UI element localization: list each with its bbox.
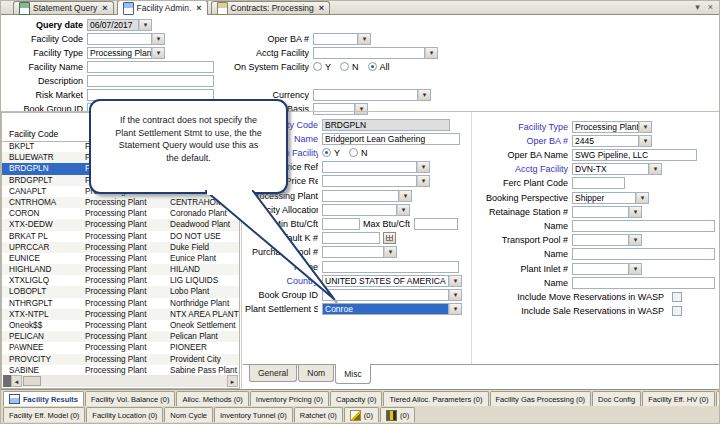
facility-type-filter-combo[interactable]: Processing Plant xyxy=(87,47,152,59)
tab-facility-admin[interactable]: Facility Admin.× xyxy=(117,0,208,15)
chevron-down-icon[interactable]: ▾ xyxy=(397,204,410,216)
purchase-price-ref-combo[interactable] xyxy=(322,175,417,187)
chevron-down-icon[interactable]: ▾ xyxy=(629,263,642,275)
bottom-tab-facility-gas-processing-0[interactable]: Facility Gas Processing (0) xyxy=(490,391,592,406)
bottom-tab-inventory-pricing-0[interactable]: Inventory Pricing (0) xyxy=(250,391,329,406)
table-row[interactable]: CNTRHOMAProcessing PlantCENTRAHOMA GATHE… xyxy=(2,197,239,208)
table-row[interactable]: UPRCCARProcessing PlantDuke Field Servic… xyxy=(2,242,239,253)
bottom-tab-doc-config[interactable]: Doc Config xyxy=(592,391,641,406)
transport-pool-name-input[interactable] xyxy=(572,248,715,260)
retainage-station-name-input[interactable] xyxy=(572,220,715,232)
table-row[interactable]: HIGHLANDProcessing PlantHILAND GATHERING… xyxy=(2,264,239,275)
ferc-plant-code-input[interactable] xyxy=(572,177,625,189)
bottom-tab-facility-location-0[interactable]: Facility Location (0) xyxy=(86,407,163,422)
bottom-tab-facility-vol-balance-0[interactable]: Facility Vol. Balance (0) xyxy=(85,391,175,406)
include-sale-reservations-checkbox[interactable] xyxy=(672,306,682,316)
capacity-allocation-combo[interactable] xyxy=(322,204,397,216)
book-group-id-combo[interactable] xyxy=(322,289,449,301)
chevron-down-icon[interactable]: ▾ xyxy=(649,163,662,175)
on-system-facility-radio-y[interactable] xyxy=(322,148,331,157)
chevron-down-icon[interactable]: ▾ xyxy=(152,33,165,45)
table-row[interactable]: PROVCITYProcessing PlantProvident City P… xyxy=(2,354,239,365)
facility-name-input[interactable]: Bridgeport Lean Gathering xyxy=(322,133,460,145)
bottom-tab-chart-icon[interactable]: (0) xyxy=(380,407,415,422)
chevron-down-icon[interactable]: ▾ xyxy=(417,175,430,187)
plant-inlet-combo[interactable] xyxy=(572,263,629,275)
default-k-lookup-button[interactable] xyxy=(383,232,396,244)
table-row[interactable]: PELICANProcessing PlantPelican Plant xyxy=(2,331,239,342)
chevron-down-icon[interactable]: ▾ xyxy=(636,192,649,204)
tab-list-dropdown-icon[interactable]: ▾ xyxy=(695,2,700,12)
bottom-tab-inventory-tunnel-0[interactable]: Inventory Tunnel (0) xyxy=(214,407,293,422)
facility-code-filter-combo[interactable] xyxy=(87,33,152,45)
on-system-facility-radio-n[interactable] xyxy=(349,148,358,157)
currency-filter-combo[interactable] xyxy=(313,89,418,101)
query-date-combo[interactable]: 06/07/2017 xyxy=(87,19,139,31)
subtab-nom[interactable]: Nom xyxy=(298,365,334,382)
retainage-station-combo[interactable] xyxy=(572,206,629,218)
acctg-facility-combo[interactable]: DVN-TX xyxy=(572,163,649,175)
chevron-down-icon[interactable]: ▾ xyxy=(139,19,152,31)
bottom-tab-facility-eff-model-0[interactable]: Facility Eff. Model (0) xyxy=(3,407,85,422)
country-combo[interactable]: UNITED STATES OF AMERICA xyxy=(322,275,449,287)
max-btu-cft-input[interactable] xyxy=(414,218,458,230)
chevron-down-icon[interactable]: ▾ xyxy=(425,47,438,59)
chevron-down-icon[interactable]: ▾ xyxy=(639,135,652,147)
plant-inlet-name-input[interactable] xyxy=(572,277,715,289)
bottom-tab-alloc-methods-0[interactable]: Alloc. Methods (0) xyxy=(176,391,248,406)
subtab-misc[interactable]: Misc xyxy=(335,364,370,384)
bottom-tab-ratchet-0[interactable]: Ratchet (0) xyxy=(294,407,343,422)
chevron-down-icon[interactable]: ▾ xyxy=(399,190,412,202)
table-row[interactable]: XTX-DEDWProcessing PlantDeadwood Plant xyxy=(2,219,239,230)
transport-pool-combo[interactable] xyxy=(572,234,629,246)
plant-settlement-stmt-combo[interactable]: Conroe xyxy=(322,303,449,315)
purchase-pool-combo[interactable] xyxy=(322,246,384,258)
on-system-facility-filter-radio-n[interactable] xyxy=(340,62,349,71)
chevron-down-icon[interactable]: ▾ xyxy=(384,246,397,258)
chevron-down-icon[interactable]: ▾ xyxy=(449,289,462,301)
table-row[interactable]: LOBOPLTProcessing PlantLobo Plant xyxy=(2,286,239,297)
chevron-down-icon[interactable]: ▾ xyxy=(449,275,462,287)
subtab-general[interactable]: General xyxy=(249,365,297,382)
facility-type-combo[interactable]: Processing Plant xyxy=(572,121,639,133)
oper-ba-name-input[interactable]: SWG Pipeline, LLC xyxy=(572,149,697,161)
table-row[interactable]: NTHRGPLTProcessing PlantNorthridge Plant xyxy=(2,298,239,309)
purchase-pool-name-input[interactable] xyxy=(322,261,459,273)
acctg-facility-filter-combo[interactable] xyxy=(313,47,425,59)
bottom-tab-tiered-alloc-parameters-0[interactable]: Tiered Alloc. Parameters (0) xyxy=(383,391,488,406)
table-row[interactable]: EUNICEProcessing PlantEunice Plant xyxy=(2,253,239,264)
chevron-down-icon[interactable]: ▾ xyxy=(358,33,371,45)
close-tab-icon[interactable]: × xyxy=(319,4,324,13)
on-system-facility-filter-radio-y[interactable] xyxy=(313,62,322,71)
tab-statement-query[interactable]: Statement Query× xyxy=(13,1,114,14)
scroll-right-icon[interactable]: ► xyxy=(227,375,238,387)
close-tab-icon[interactable]: × xyxy=(196,4,201,13)
bottom-tab-facility-eff-hv-0[interactable]: Facility Eff. HV (0) xyxy=(642,391,714,406)
tab-contracts-processing[interactable]: Contracts: Processing× xyxy=(211,1,330,14)
horizontal-scrollbar[interactable]: ◄ ► xyxy=(3,375,238,387)
facility-name-filter-input[interactable] xyxy=(87,61,214,73)
chevron-down-icon[interactable]: ▾ xyxy=(449,303,462,315)
table-row[interactable]: XTX-NTPLProcessing PlantNTX AREA PLANT F… xyxy=(2,309,239,320)
table-row[interactable]: PAWNEEProcessing PlantPIONEER PAWNEE PLA… xyxy=(2,342,239,353)
chevron-down-icon[interactable]: ▾ xyxy=(418,89,431,101)
default-k-input[interactable] xyxy=(322,232,380,244)
bottom-tab-alias-0[interactable]: Alias (0) xyxy=(716,391,720,406)
bottom-tab-facility-results[interactable]: Facility Results xyxy=(3,391,84,406)
chevron-down-icon[interactable]: ▾ xyxy=(629,234,642,246)
on-system-facility-filter-radio-all[interactable] xyxy=(368,62,377,71)
oper-ba-combo[interactable]: 2445 xyxy=(572,135,639,147)
chevron-down-icon[interactable]: ▾ xyxy=(629,206,642,218)
table-row[interactable]: CORONProcessing PlantCoronado Plant xyxy=(2,208,239,219)
chevron-down-icon[interactable]: ▾ xyxy=(152,47,165,59)
chevron-down-icon[interactable]: ▾ xyxy=(417,161,430,173)
facility-code-column-header[interactable]: Facility Code xyxy=(2,128,93,141)
table-row[interactable]: BRKAT PLProcessing PlantDO NOT USE xyxy=(2,231,239,242)
close-window-icon[interactable]: × xyxy=(708,2,713,12)
description-filter-input[interactable] xyxy=(87,75,214,87)
include-move-reservations-checkbox[interactable] xyxy=(672,292,682,302)
sales-price-ref-combo[interactable] xyxy=(322,161,417,173)
table-row[interactable]: Oneok$$Processing PlantOneok Settlement … xyxy=(2,320,239,331)
min-btu-cft-input[interactable] xyxy=(322,218,360,230)
chevron-down-icon[interactable]: ▾ xyxy=(639,121,652,133)
